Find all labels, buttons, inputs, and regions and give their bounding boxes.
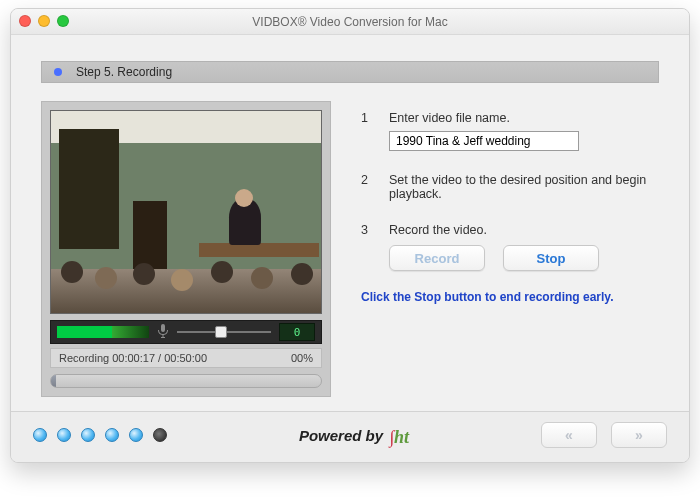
recording-progress-bar — [50, 374, 322, 388]
step-3: 3 Record the video. Record Stop — [361, 223, 659, 271]
hint-text: Click the Stop button to end recording e… — [361, 289, 621, 305]
zoom-icon[interactable] — [57, 15, 69, 27]
titlebar: VIDBOX® Video Conversion for Mac — [11, 9, 689, 35]
brand-logo: ∫ht — [389, 427, 409, 448]
slider-thumb-icon[interactable] — [215, 326, 227, 338]
page-dot-6[interactable] — [153, 428, 167, 442]
footer: Powered by ∫ht « » — [11, 411, 689, 462]
window-controls — [19, 15, 69, 27]
step-3-number: 3 — [361, 223, 373, 271]
step-header-label: Step 5. Recording — [76, 65, 172, 79]
step-2-label: Set the video to the desired position an… — [389, 173, 659, 201]
prev-button[interactable]: « — [541, 422, 597, 448]
record-button[interactable]: Record — [389, 245, 485, 271]
video-preview — [50, 110, 322, 314]
page-dot-3[interactable] — [81, 428, 95, 442]
close-icon[interactable] — [19, 15, 31, 27]
step-2: 2 Set the video to the desired position … — [361, 173, 659, 201]
minimize-icon[interactable] — [38, 15, 50, 27]
step-1-number: 1 — [361, 111, 373, 151]
content-area: Step 5. Recording — [11, 35, 689, 411]
recording-status-row: Recording 00:00:17 / 00:50:00 00% — [50, 348, 322, 368]
audio-counter: 0 — [279, 323, 315, 341]
step-1-label: Enter video file name. — [389, 111, 659, 125]
step-header: Step 5. Recording — [41, 61, 659, 83]
step-3-label: Record the video. — [389, 223, 659, 237]
microphone-icon — [157, 324, 169, 341]
page-dot-4[interactable] — [105, 428, 119, 442]
audio-level-meter — [57, 326, 149, 338]
next-button[interactable]: » — [611, 422, 667, 448]
filename-input[interactable] — [389, 131, 579, 151]
recording-percent: 00% — [291, 352, 313, 364]
page-indicator — [33, 428, 167, 442]
powered-by-label: Powered by — [299, 427, 383, 444]
step-1: 1 Enter video file name. — [361, 111, 659, 151]
page-dot-5[interactable] — [129, 428, 143, 442]
instructions-panel: 1 Enter video file name. 2 Set the video… — [361, 101, 659, 397]
audio-meter-row: 0 — [50, 320, 322, 344]
powered-by: Powered by ∫ht — [299, 425, 409, 446]
stop-button[interactable]: Stop — [503, 245, 599, 271]
window-title: VIDBOX® Video Conversion for Mac — [252, 15, 447, 29]
page-dot-2[interactable] — [57, 428, 71, 442]
page-dot-1[interactable] — [33, 428, 47, 442]
step-2-number: 2 — [361, 173, 373, 201]
audio-gain-slider[interactable] — [177, 331, 271, 333]
step-bullet-icon — [54, 68, 62, 76]
preview-panel: 0 Recording 00:00:17 / 00:50:00 00% — [41, 101, 331, 397]
recording-status-text: Recording 00:00:17 / 00:50:00 — [59, 352, 207, 364]
app-window: VIDBOX® Video Conversion for Mac Step 5.… — [10, 8, 690, 463]
